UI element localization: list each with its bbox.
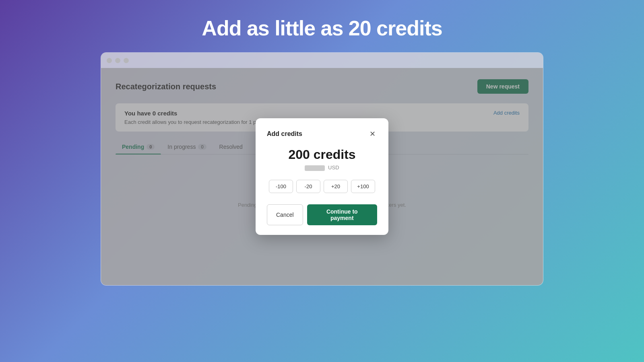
traffic-light-maximize bbox=[124, 58, 129, 63]
credits-price-value bbox=[305, 165, 325, 171]
cancel-button[interactable]: Cancel bbox=[267, 204, 303, 225]
browser-window: Recategorization requests New request Yo… bbox=[101, 52, 543, 286]
credits-amount-value: 200 credits bbox=[288, 147, 355, 162]
adjuster-minus-20[interactable]: -20 bbox=[296, 180, 320, 193]
modal-actions: Cancel Continue to payment bbox=[267, 204, 377, 225]
adjuster-plus-20[interactable]: +20 bbox=[324, 180, 348, 193]
modal-title: Add credits bbox=[267, 130, 302, 138]
adjuster-minus-100[interactable]: -100 bbox=[269, 180, 293, 193]
page-headline: Add as little as 20 credits bbox=[202, 16, 442, 40]
browser-titlebar bbox=[101, 53, 543, 68]
credits-price-row: USD bbox=[267, 165, 377, 171]
traffic-light-minimize bbox=[115, 58, 120, 63]
credit-adjusters: -100 -20 +20 +100 bbox=[267, 180, 377, 193]
modal-header: Add credits ✕ bbox=[267, 130, 377, 138]
adjuster-plus-100[interactable]: +100 bbox=[351, 180, 375, 193]
credits-currency: USD bbox=[328, 165, 339, 171]
traffic-light-close bbox=[107, 58, 112, 63]
continue-to-payment-button[interactable]: Continue to payment bbox=[307, 204, 377, 225]
modal-overlay: Add credits ✕ 200 credits USD -100 -20 +… bbox=[101, 68, 543, 285]
modal-close-button[interactable]: ✕ bbox=[368, 130, 377, 138]
add-credits-modal: Add credits ✕ 200 credits USD -100 -20 +… bbox=[256, 118, 388, 235]
credits-amount-display: 200 credits bbox=[267, 147, 377, 162]
app-content: Recategorization requests New request Yo… bbox=[101, 68, 543, 285]
